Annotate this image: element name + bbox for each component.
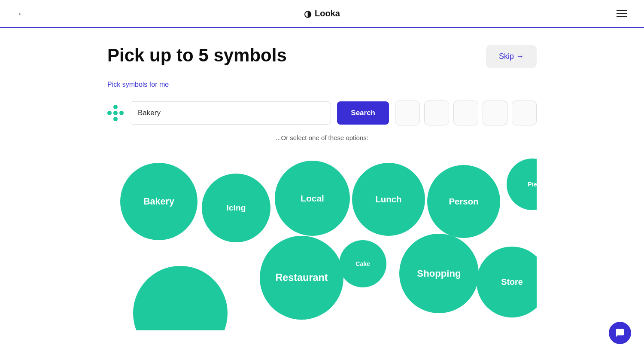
- logo: ◑ Looka: [304, 9, 340, 19]
- bubble-lunch[interactable]: Lunch: [352, 163, 425, 236]
- bubble-cake[interactable]: Cake: [339, 240, 386, 287]
- search-row: Search: [107, 101, 537, 125]
- pick-symbols-link[interactable]: Pick symbols for me: [107, 81, 169, 88]
- symbol-slots: [395, 101, 537, 125]
- main-content: Pick up to 5 symbols Skip → Pick symbols…: [39, 28, 605, 330]
- symbol-slot-1[interactable]: [395, 101, 420, 125]
- symbol-slot-4[interactable]: [483, 101, 507, 125]
- symbol-slot-5[interactable]: [512, 101, 537, 125]
- symbol-slot-2[interactable]: [424, 101, 449, 125]
- logo-text: Looka: [315, 9, 340, 18]
- skip-button[interactable]: Skip →: [486, 45, 537, 68]
- search-button[interactable]: Search: [337, 101, 389, 125]
- page-title: Pick up to 5 symbols: [107, 45, 287, 66]
- bubble-icing[interactable]: Icing: [202, 174, 270, 242]
- dots-icon: [107, 105, 124, 121]
- bubble-person[interactable]: Person: [427, 165, 500, 238]
- bubble-local[interactable]: Local: [275, 161, 350, 236]
- symbol-slot-3[interactable]: [453, 101, 478, 125]
- bubble-big-bottom[interactable]: [133, 266, 228, 330]
- chat-fab[interactable]: [609, 322, 631, 330]
- page-header: Pick up to 5 symbols Skip →: [107, 45, 537, 68]
- bubble-shopping[interactable]: Shopping: [399, 234, 479, 313]
- menu-button[interactable]: [617, 10, 627, 17]
- bubble-restaurant[interactable]: Restaurant: [260, 236, 343, 320]
- header: ← ◑ Looka: [0, 0, 644, 28]
- back-button[interactable]: ←: [17, 8, 27, 19]
- bubble-area: BakeryIcingLocalLunchPersonPieFoodCakeRe…: [107, 150, 537, 330]
- bubble-bakery[interactable]: Bakery: [120, 163, 197, 240]
- search-input[interactable]: [130, 101, 331, 125]
- bubble-pie[interactable]: Pie: [507, 159, 537, 210]
- bubble-store[interactable]: Store: [477, 247, 537, 317]
- logo-icon: ◑: [304, 9, 311, 19]
- options-label: ...Or select one of these options:: [107, 134, 537, 141]
